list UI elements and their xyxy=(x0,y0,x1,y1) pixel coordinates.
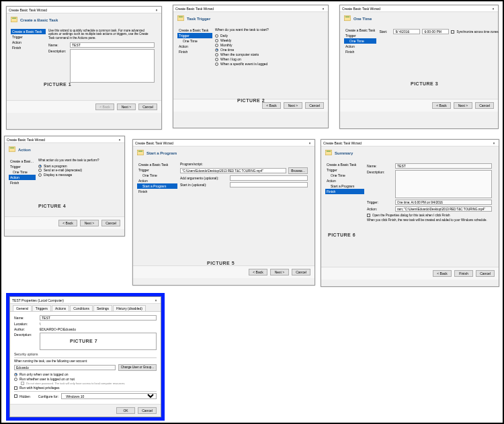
radio-start-program[interactable]: Start a program xyxy=(38,164,118,168)
back-button[interactable]: < Back xyxy=(262,102,281,109)
back-button[interactable]: < Back xyxy=(58,220,77,226)
radio-display-message[interactable]: Display a message xyxy=(38,173,118,177)
step-trigger[interactable]: Trigger xyxy=(344,33,376,38)
chk-hidden[interactable]: Hidden xyxy=(14,394,30,398)
cancel-button[interactable]: Cancel xyxy=(475,102,494,109)
step-finish[interactable]: Finish xyxy=(137,189,177,194)
back-button[interactable]: < Back xyxy=(249,269,267,275)
description-input[interactable] xyxy=(70,49,155,83)
step-onetime[interactable]: One Time xyxy=(137,173,177,178)
radio-daily[interactable]: Daily xyxy=(215,34,321,38)
close-icon[interactable]: × xyxy=(153,298,159,302)
cancel-button[interactable]: Cancel xyxy=(138,407,157,414)
ok-button[interactable]: OK xyxy=(116,407,135,414)
name-input[interactable] xyxy=(70,42,155,48)
radio-onetime[interactable]: One time xyxy=(215,48,321,52)
close-icon[interactable]: × xyxy=(307,141,312,145)
step-action[interactable]: Action xyxy=(177,44,212,49)
next-button[interactable]: Next > xyxy=(80,220,99,226)
tab-conditions[interactable]: Conditions xyxy=(70,305,93,311)
tab-triggers[interactable]: Triggers xyxy=(32,305,51,311)
step-action[interactable]: Action xyxy=(137,178,177,183)
step-trigger[interactable]: Trigger xyxy=(11,34,46,40)
date-input[interactable] xyxy=(393,29,420,34)
close-icon[interactable]: × xyxy=(491,7,496,11)
step-onetime[interactable]: One Time xyxy=(177,38,212,44)
tab-history[interactable]: History (disabled) xyxy=(113,305,146,311)
next-button[interactable]: Next > xyxy=(454,102,472,109)
step-action[interactable]: Action xyxy=(344,44,376,49)
step-finish[interactable]: Finish xyxy=(9,180,36,185)
change-user-button[interactable]: Change User or Group... xyxy=(118,364,157,371)
tab-settings[interactable]: Settings xyxy=(93,305,112,311)
description-label: Description: xyxy=(367,170,392,174)
cancel-button[interactable]: Cancel xyxy=(138,103,157,110)
wizard-icon xyxy=(137,149,144,157)
step-trigger[interactable]: Trigger xyxy=(9,164,36,169)
step-action[interactable]: Action xyxy=(325,178,364,183)
location-label: Location: xyxy=(14,322,37,326)
radio-run-whether[interactable]: Run whether user is logged on or not xyxy=(14,377,157,381)
name-input[interactable] xyxy=(40,315,157,321)
radio-weekly[interactable]: Weekly xyxy=(215,38,321,42)
step-trigger[interactable]: Trigger xyxy=(137,167,177,173)
step-finish[interactable]: Finish xyxy=(177,49,212,54)
step-create[interactable]: Create a Basic Task xyxy=(325,162,364,167)
next-button[interactable]: Next > xyxy=(284,102,302,109)
radio-run-loggedon[interactable]: Run only when user is logged on xyxy=(14,372,157,376)
radio-event[interactable]: When a specific event is logged xyxy=(215,62,321,66)
browse-button[interactable]: Browse... xyxy=(288,167,308,174)
back-button[interactable]: < Back xyxy=(433,270,452,277)
title: TEST Properties (Local Computer) xyxy=(12,298,64,302)
step-finish[interactable]: Finish xyxy=(344,49,376,54)
open-properties-checkbox[interactable]: Open the Properties dialog for this task… xyxy=(367,214,492,217)
step-action[interactable]: Action xyxy=(11,40,46,45)
step-create[interactable]: Create a Basic Task xyxy=(9,159,36,164)
step-onetime[interactable]: One Time xyxy=(344,38,376,44)
back-button[interactable]: < Back xyxy=(432,102,451,109)
sync-checkbox[interactable]: Synchronize across time zones xyxy=(451,30,498,34)
step-finish[interactable]: Finish xyxy=(325,189,364,194)
cancel-button[interactable]: Cancel xyxy=(292,269,310,275)
close-icon[interactable]: × xyxy=(491,141,497,145)
step-trigger[interactable]: Trigger xyxy=(325,167,364,173)
cancel-button[interactable]: Cancel xyxy=(476,270,495,277)
step-startprogram[interactable]: Start a Program xyxy=(137,183,177,189)
startin-input[interactable] xyxy=(230,182,308,187)
description-input[interactable] xyxy=(40,333,157,350)
arguments-input[interactable] xyxy=(230,175,308,181)
tab-general[interactable]: General xyxy=(13,305,32,311)
cancel-button[interactable]: Cancel xyxy=(305,102,324,109)
radio-monthly[interactable]: Monthly xyxy=(215,43,321,47)
step-create[interactable]: Create a Basic Task xyxy=(137,162,177,167)
close-icon[interactable]: × xyxy=(154,8,159,12)
svg-rect-11 xyxy=(327,151,331,152)
next-button[interactable]: Next > xyxy=(117,103,136,110)
cancel-button[interactable]: Cancel xyxy=(101,220,120,226)
radio-startup[interactable]: When the computer starts xyxy=(215,52,321,56)
program-input[interactable] xyxy=(180,168,286,173)
close-icon[interactable]: × xyxy=(321,7,326,11)
time-input[interactable] xyxy=(422,29,449,34)
step-finish[interactable]: Finish xyxy=(11,45,46,50)
action-label: Action: xyxy=(367,207,392,211)
radio-send-email[interactable]: Send an e-mail (deprecated) xyxy=(38,169,118,172)
dialog-action: Create Basic Task Wizard× Action Create … xyxy=(4,136,125,237)
radio-logon[interactable]: When I log on xyxy=(215,57,321,61)
step-trigger[interactable]: Trigger xyxy=(177,33,212,38)
configure-select[interactable]: Windows 10 xyxy=(61,393,157,399)
step-onetime[interactable]: One Time xyxy=(325,173,364,178)
tab-actions[interactable]: Actions xyxy=(52,305,69,311)
step-create[interactable]: Create a Basic Task xyxy=(344,28,376,33)
picture7-frame: TEST Properties (Local Computer)× Genera… xyxy=(6,293,165,421)
close-icon[interactable]: × xyxy=(117,138,122,142)
step-onetime[interactable]: One Time xyxy=(9,169,36,175)
step-create[interactable]: Create a Basic Task xyxy=(11,29,46,34)
step-create[interactable]: Create a Basic Task xyxy=(177,28,212,33)
finish-button[interactable]: Finish xyxy=(454,270,473,277)
chk-highest-priv[interactable]: Run with highest privileges xyxy=(14,386,157,390)
next-button[interactable]: Next > xyxy=(270,269,289,275)
title: Create Basic Task Wizard xyxy=(135,141,173,145)
step-startprogram[interactable]: Start a Program xyxy=(325,183,364,189)
step-action[interactable]: Action xyxy=(9,175,36,180)
